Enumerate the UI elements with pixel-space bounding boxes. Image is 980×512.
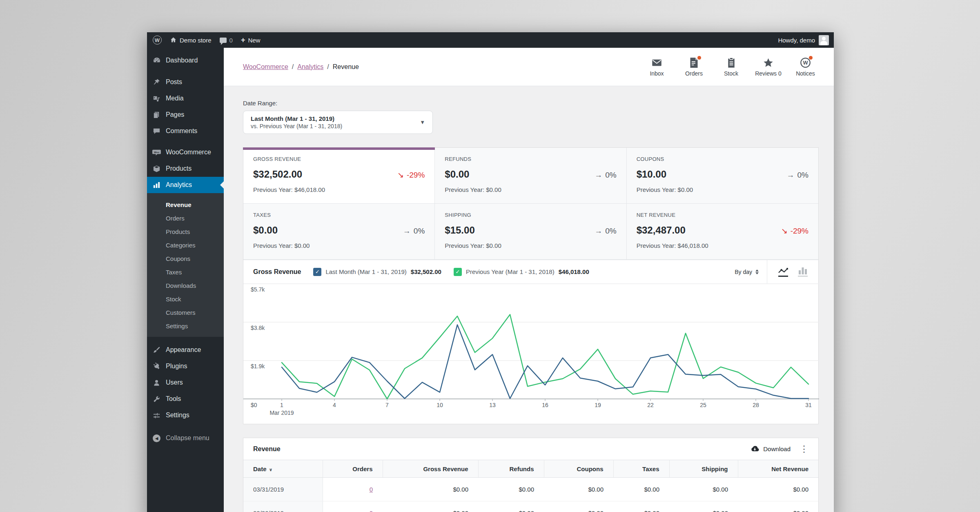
submenu-item-taxes[interactable]: Taxes: [147, 265, 224, 279]
column-header-shipping[interactable]: Shipping: [669, 460, 738, 478]
collapse-menu-button[interactable]: ◀ Collapse menu: [147, 430, 224, 446]
wordpress-logo-icon[interactable]: W: [153, 36, 162, 45]
submenu-item-downloads[interactable]: Downloads: [147, 279, 224, 292]
checkbox-checked-icon[interactable]: ✓: [313, 268, 321, 276]
date-range-select[interactable]: Last Month (Mar 1 - 31, 2019) vs. Previo…: [243, 111, 433, 134]
sidebar-item-media[interactable]: Media: [147, 90, 224, 107]
user-icon: [152, 379, 161, 387]
plus-icon: +: [241, 36, 245, 44]
column-header-refunds[interactable]: Refunds: [478, 460, 544, 478]
sidebar-item-settings[interactable]: Settings: [147, 407, 224, 423]
unread-badge-dot: [809, 56, 813, 60]
activity-tab-reviews[interactable]: Reviews 0: [750, 57, 787, 77]
column-header-gross-revenue[interactable]: Gross Revenue: [383, 460, 478, 478]
submenu-item-orders[interactable]: Orders: [147, 211, 224, 225]
cloud-download-icon: [750, 445, 760, 452]
wordpress-admin-window: W Demo store 0 + New Howdy, demo: [147, 32, 834, 512]
howdy-account-link[interactable]: Howdy, demo: [778, 37, 815, 44]
new-content-button[interactable]: + New: [241, 36, 261, 44]
bar-chart-icon: [152, 181, 161, 189]
coupons-cell: $0.00: [544, 501, 613, 512]
chart-title: Gross Revenue: [253, 268, 301, 276]
analytics-submenu: Revenue Orders Products Categories Coupo…: [147, 193, 224, 337]
download-button[interactable]: Download: [750, 445, 791, 452]
net-revenue-cell: $0.00: [738, 478, 818, 501]
summary-card-coupons[interactable]: COUPONS $10.00 →0% Previous Year: $0.00: [627, 148, 818, 204]
paintbrush-icon: [152, 346, 161, 354]
sidebar-item-comments[interactable]: Comments: [147, 123, 224, 139]
menu-separator: [147, 139, 224, 144]
submenu-item-revenue[interactable]: Revenue: [147, 198, 224, 211]
activity-tab-stock[interactable]: Stock: [713, 57, 750, 77]
sidebar-item-analytics[interactable]: Analytics: [147, 177, 224, 193]
submenu-item-categories[interactable]: Categories: [147, 238, 224, 252]
sidebar-item-woocommerce[interactable]: Woo WooCommerce: [147, 144, 224, 160]
submenu-item-settings[interactable]: Settings: [147, 319, 224, 333]
sidebar-item-tools[interactable]: Tools: [147, 391, 224, 407]
orders-cell: 0: [323, 478, 383, 501]
active-menu-arrow: [216, 181, 224, 189]
comment-bubble-icon: [220, 38, 227, 43]
interval-select[interactable]: By day: [726, 260, 767, 283]
previous-period-value: Previous Year: $46,018.00: [637, 242, 808, 249]
orders-count-link[interactable]: 0: [370, 486, 373, 493]
line-chart-type-button[interactable]: [775, 265, 791, 279]
revenue-line-chart[interactable]: $5.7k$3.8k$1.9k$01471013161922252831Mar …: [243, 283, 819, 422]
summary-cards: GROSS REVENUE $32,502.00 ↘-29% Previous …: [243, 148, 818, 260]
activity-tab-inbox[interactable]: Inbox: [638, 57, 675, 77]
orders-count-link[interactable]: 0: [370, 510, 373, 512]
sidebar-item-users[interactable]: Users: [147, 374, 224, 391]
summary-card-gross-revenue[interactable]: GROSS REVENUE $32,502.00 ↘-29% Previous …: [243, 148, 435, 204]
column-header-coupons[interactable]: Coupons: [544, 460, 613, 478]
svg-text:Woo: Woo: [154, 150, 159, 153]
checkbox-checked-icon[interactable]: ✓: [454, 268, 462, 276]
breadcrumb-link-woocommerce[interactable]: WooCommerce: [243, 63, 288, 71]
trend-down-icon: ↘: [781, 226, 788, 236]
legend-item-last-month[interactable]: ✓ Last Month (Mar 1 - 31, 2019) $32,502.…: [313, 268, 441, 276]
site-name-link[interactable]: Demo store: [170, 37, 212, 44]
main-content: WooCommerce / Analytics / Revenue Inbox: [224, 48, 834, 512]
column-header-date[interactable]: Date∨: [243, 460, 323, 478]
gross-revenue-cell: $0.00: [383, 501, 478, 512]
summary-card-refunds[interactable]: REFUNDS $0.00 →0% Previous Year: $0.00: [435, 148, 626, 204]
legend-item-previous-year[interactable]: ✓ Previous Year (Mar 1 - 31, 2018) $46,0…: [454, 268, 589, 276]
column-header-taxes[interactable]: Taxes: [613, 460, 669, 478]
date-range-label: Date Range:: [243, 100, 819, 107]
chart-area[interactable]: $5.7k$3.8k$1.9k$01471013161922252831Mar …: [243, 283, 818, 424]
delta-value: 0%: [797, 171, 808, 180]
activity-panel-tabs: Inbox Orders Stock Reviews 0: [638, 57, 824, 77]
net-revenue-cell: $0.00: [738, 501, 818, 512]
submenu-item-stock[interactable]: Stock: [147, 292, 224, 306]
sidebar-item-plugins[interactable]: Plugins: [147, 358, 224, 374]
revenue-table-panel: Revenue Download ⋮: [243, 438, 819, 512]
sidebar-item-dashboard[interactable]: Dashboard: [147, 52, 224, 69]
summary-card-net-revenue[interactable]: NET REVENUE $32,487.00 ↘-29% Previous Ye…: [627, 204, 818, 260]
avatar[interactable]: [819, 35, 829, 45]
sidebar-item-pages[interactable]: Pages: [147, 107, 224, 123]
sort-caret-icon: ∨: [269, 467, 273, 472]
activity-tab-orders[interactable]: Orders: [675, 57, 713, 77]
table-row: 03/30/2019 0 $0.00 $0.00 $0.00 $0.00 $0.…: [243, 501, 818, 512]
revenue-report-panel: GROSS REVENUE $32,502.00 ↘-29% Previous …: [243, 147, 819, 424]
submenu-item-customers[interactable]: Customers: [147, 306, 224, 319]
summary-card-shipping[interactable]: SHIPPING $15.00 →0% Previous Year: $0.00: [435, 204, 626, 260]
column-header-net-revenue[interactable]: Net Revenue: [738, 460, 818, 478]
sidebar-item-appearance[interactable]: Appearance: [147, 342, 224, 358]
sidebar-item-products[interactable]: Products: [147, 160, 224, 177]
submenu-item-coupons[interactable]: Coupons: [147, 252, 224, 265]
ellipsis-menu-icon[interactable]: ⋮: [797, 444, 811, 454]
star-icon: [763, 57, 774, 68]
column-header-orders[interactable]: Orders: [323, 460, 383, 478]
bar-chart-type-button[interactable]: [795, 265, 811, 279]
svg-text:13: 13: [489, 402, 496, 408]
sidebar-item-posts[interactable]: Posts: [147, 74, 224, 90]
delta-value: -29%: [791, 227, 808, 236]
submenu-item-products[interactable]: Products: [147, 225, 224, 238]
comments-shortcut[interactable]: 0: [220, 37, 233, 44]
summary-card-taxes[interactable]: TAXES $0.00 →0% Previous Year: $0.00: [243, 204, 435, 260]
bar-chart-icon: [798, 267, 807, 274]
line-chart-icon: [778, 267, 788, 274]
breadcrumb-link-analytics[interactable]: Analytics: [297, 63, 323, 71]
page-header: WooCommerce / Analytics / Revenue Inbox: [224, 48, 834, 86]
activity-tab-notices[interactable]: W Notices: [787, 57, 824, 77]
